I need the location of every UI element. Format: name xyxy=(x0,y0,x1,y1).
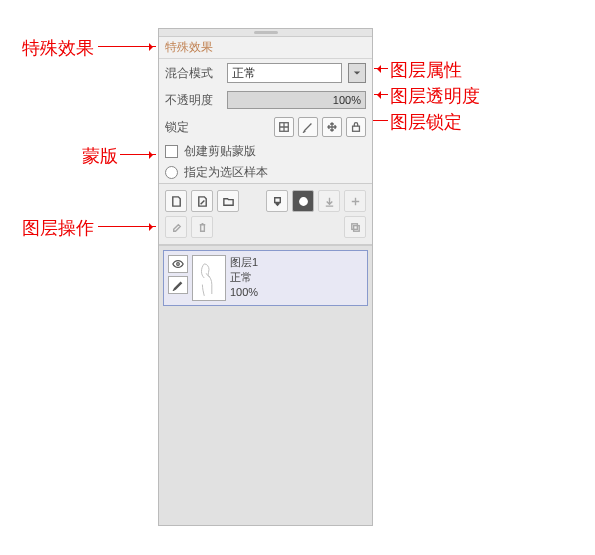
arrow xyxy=(374,68,388,69)
opacity-slider[interactable]: 100% xyxy=(227,91,366,109)
transfer-down-button[interactable] xyxy=(266,190,288,212)
lock-transparent-button[interactable] xyxy=(274,117,294,137)
anno-layer-props: 图层属性 xyxy=(390,58,462,82)
selection-sample-radio[interactable] xyxy=(165,166,178,179)
anno-mask: 蒙版 xyxy=(82,144,118,168)
duplicate-layer-button[interactable] xyxy=(344,216,366,238)
layer-list[interactable]: 图层1 正常 100% xyxy=(159,245,372,525)
layer-info: 图层1 正常 100% xyxy=(230,255,258,301)
lock-row: 锁定 xyxy=(159,113,372,141)
visibility-toggle[interactable] xyxy=(168,255,188,273)
blend-mode-value: 正常 xyxy=(232,65,256,82)
opacity-value: 100% xyxy=(333,94,361,106)
arrow xyxy=(98,226,156,227)
anno-layer-ops: 图层操作 xyxy=(22,216,94,240)
delete-layer-button[interactable] xyxy=(191,216,213,238)
svg-point-2 xyxy=(299,197,306,204)
new-linework-layer-button[interactable] xyxy=(191,190,213,212)
arrow xyxy=(374,94,388,95)
section-title: 特殊效果 xyxy=(159,37,372,59)
layer-item[interactable]: 图层1 正常 100% xyxy=(163,250,368,306)
add-button[interactable] xyxy=(344,190,366,212)
lock-move-button[interactable] xyxy=(322,117,342,137)
layer-mode: 正常 xyxy=(230,270,258,285)
svg-rect-4 xyxy=(353,225,359,231)
anno-layer-opacity: 图层透明度 xyxy=(390,84,480,108)
arrow xyxy=(120,154,156,155)
selection-sample-label: 指定为选区样本 xyxy=(184,164,268,181)
merge-down-button[interactable] xyxy=(318,190,340,212)
anno-layer-lock: 图层锁定 xyxy=(390,110,462,134)
lock-label: 锁定 xyxy=(165,119,221,136)
svg-rect-1 xyxy=(353,126,360,131)
clear-layer-button[interactable] xyxy=(165,216,187,238)
edit-toggle[interactable] xyxy=(168,276,188,294)
opacity-row: 不透明度 100% xyxy=(159,87,372,113)
new-layer-button[interactable] xyxy=(165,190,187,212)
anno-special-effects: 特殊效果 xyxy=(22,36,94,60)
lock-paint-button[interactable] xyxy=(298,117,318,137)
arrow xyxy=(98,46,156,47)
lock-all-button[interactable] xyxy=(346,117,366,137)
svg-point-5 xyxy=(177,263,180,266)
clip-mask-label: 创建剪贴蒙版 xyxy=(184,143,256,160)
new-folder-button[interactable] xyxy=(217,190,239,212)
layer-mask-button[interactable] xyxy=(292,190,314,212)
blend-mode-row: 混合模式 正常 xyxy=(159,59,372,87)
clip-mask-row[interactable]: 创建剪贴蒙版 xyxy=(159,141,372,162)
layers-panel: 特殊效果 混合模式 正常 不透明度 100% 锁定 创建剪贴蒙版 指定为选区样本 xyxy=(158,28,373,526)
layer-name: 图层1 xyxy=(230,255,258,270)
selection-sample-row[interactable]: 指定为选区样本 xyxy=(159,162,372,183)
blend-mode-label: 混合模式 xyxy=(165,65,221,82)
blend-mode-select[interactable]: 正常 xyxy=(227,63,342,83)
layer-opacity: 100% xyxy=(230,285,258,300)
layer-toolbar xyxy=(159,183,372,245)
clip-mask-checkbox[interactable] xyxy=(165,145,178,158)
panel-drag-handle[interactable] xyxy=(159,29,372,37)
layer-thumbnail xyxy=(192,255,226,301)
svg-rect-3 xyxy=(351,223,357,229)
blend-mode-dropdown-button[interactable] xyxy=(348,63,366,83)
opacity-label: 不透明度 xyxy=(165,92,221,109)
